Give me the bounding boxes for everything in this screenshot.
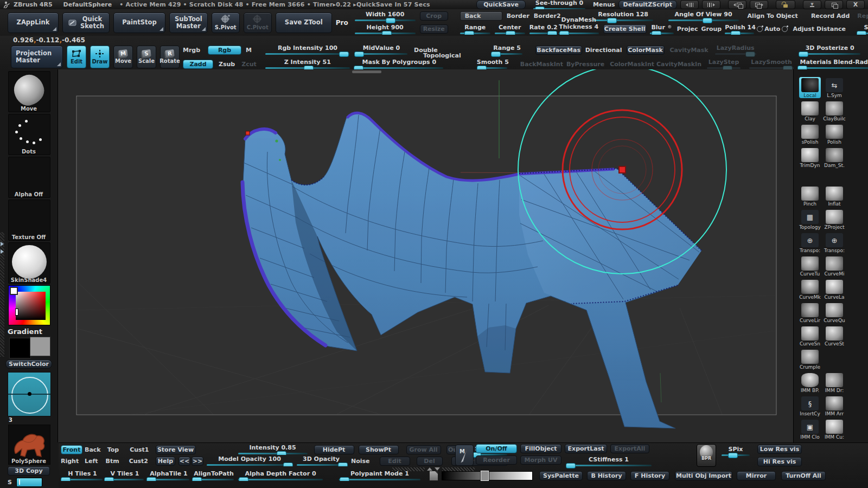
- brush-item-polish[interactable]: Polish: [824, 124, 845, 145]
- cust2-button[interactable]: Cust2: [129, 457, 148, 466]
- toggle-dot-icon[interactable]: [667, 24, 672, 29]
- project-button[interactable]: Projec: [677, 24, 698, 34]
- model-opacity-slider[interactable]: Model Opacity 100: [207, 455, 292, 466]
- align-to-object-button[interactable]: Align To Object: [748, 11, 798, 21]
- cust1-button[interactable]: Cust1: [130, 445, 149, 454]
- brush-item-inflat[interactable]: Inflat: [824, 185, 845, 207]
- draw-mode-button[interactable]: Draw: [90, 46, 110, 68]
- f-history-button[interactable]: F History: [630, 471, 669, 480]
- brush-item-curvest[interactable]: CurveSt: [824, 325, 845, 346]
- texture-selector[interactable]: Texture Off: [8, 200, 49, 241]
- lock-icon[interactable]: [776, 0, 795, 9]
- rotate-mode-button[interactable]: RRotate: [160, 46, 180, 68]
- radial-toggle-icon[interactable]: [782, 26, 788, 32]
- 3d-copy-button[interactable]: 3D Copy: [8, 466, 50, 476]
- v-tiles-slider[interactable]: V Tiles 1: [106, 470, 144, 481]
- canvas-scrollbar[interactable]: [352, 70, 381, 73]
- turnoff-all-button[interactable]: TurnOff All: [781, 471, 826, 480]
- scale-mode-button[interactable]: SScale: [137, 46, 156, 68]
- brush-item-imm-arr[interactable]: IMM Arr: [824, 395, 845, 416]
- m-pencil-button[interactable]: M: [455, 445, 474, 466]
- brush-item-dam-st-[interactable]: Dam_St.: [824, 147, 845, 168]
- current-tool-thumbnail[interactable]: [8, 372, 50, 416]
- aligntopath-slider[interactable]: AlignToPath: [194, 470, 234, 481]
- projection-master-button[interactable]: ProjectionMaster: [11, 46, 63, 68]
- posterize-slider[interactable]: 3D Posterize 0: [800, 44, 860, 55]
- left-view-button[interactable]: Left: [85, 457, 98, 466]
- restore-button[interactable]: [825, 0, 843, 9]
- directional-button[interactable]: Directional: [585, 46, 622, 55]
- subtool-master-button[interactable]: SubToolMaster: [169, 12, 208, 33]
- secondary-color-swatch[interactable]: [30, 337, 50, 356]
- brush-item-trimdyn[interactable]: TrimDyn: [799, 147, 821, 168]
- zsub-button[interactable]: Zsub: [219, 60, 235, 69]
- zadd-button[interactable]: Zadd: [183, 60, 213, 69]
- saturation-square[interactable]: [16, 292, 46, 320]
- brush-item-curvequ[interactable]: CurveQu: [824, 302, 845, 323]
- tray-slide-right-button[interactable]: [702, 0, 720, 9]
- dynamesh-thickness-slider[interactable]: DynaMeshThickness 4: [559, 16, 599, 35]
- stroke-color-swatch[interactable]: [16, 478, 42, 487]
- brush-item-crumple[interactable]: Crumple: [799, 349, 821, 370]
- switchcolor-button[interactable]: SwitchColor: [5, 359, 52, 369]
- s-pivot-button[interactable]: S.Pivot: [212, 12, 240, 33]
- center-slider[interactable]: Center: [495, 24, 525, 35]
- quicksave-button[interactable]: QuickSave: [476, 0, 526, 9]
- noise-button[interactable]: Noise: [351, 457, 370, 466]
- brush-item-clay[interactable]: Clay: [799, 100, 821, 121]
- redo-button[interactable]: >>: [192, 457, 203, 466]
- topological-button[interactable]: Topological: [423, 51, 461, 60]
- top-view-button[interactable]: Top: [107, 445, 119, 454]
- hi-res-vis-button[interactable]: Hi Res vis: [757, 457, 802, 466]
- brush-item-curvemi[interactable]: CurveMi: [824, 255, 845, 277]
- zapplink-button[interactable]: ZAppLink: [8, 12, 59, 33]
- alpha-depth-factor-slider[interactable]: Alpha Depth Factor 0: [238, 470, 323, 481]
- brush-item-spolish[interactable]: sPolish: [799, 124, 821, 145]
- paintstop-button[interactable]: PaintStop: [113, 12, 165, 33]
- btm-view-button[interactable]: Btm: [106, 457, 119, 466]
- brush-item-topology[interactable]: ▦Topology: [799, 209, 821, 230]
- brush-item-imm-bp-[interactable]: IMM BP.: [799, 372, 821, 393]
- help-button[interactable]: Help: [156, 457, 175, 466]
- adjust-distance-button[interactable]: Adjust Distance: [793, 24, 846, 34]
- group-button[interactable]: Group: [701, 24, 722, 34]
- brush-item-zproject[interactable]: ZProject: [824, 209, 845, 230]
- store-view-button[interactable]: Store View: [156, 445, 196, 454]
- alpha-selector[interactable]: Alpha Off: [8, 157, 49, 198]
- materials-blend-radius-slider[interactable]: Materials Blend-Radius 0: [798, 59, 868, 69]
- multi-obj-import-button[interactable]: Multi Obj Import: [675, 471, 732, 480]
- showpt-button[interactable]: ShowPt: [359, 445, 399, 454]
- brush-item-pinch[interactable]: Pinch: [799, 185, 821, 207]
- height-slider[interactable]: Height 900: [355, 24, 416, 35]
- syspalette-button[interactable]: SysPalette: [539, 471, 583, 480]
- edit-mode-button[interactable]: Edit: [67, 46, 86, 68]
- rgb-button[interactable]: Rgb: [208, 46, 241, 55]
- cstiffness-slider[interactable]: CStiffness 1: [566, 456, 652, 467]
- back-field[interactable]: Back: [460, 11, 502, 21]
- rgb-intensity-slider[interactable]: Rgb Intensity 100: [265, 44, 350, 55]
- b-history-button[interactable]: B History: [587, 471, 626, 480]
- colormask-button[interactable]: ColorMask: [627, 46, 665, 55]
- angle-of-view-slider[interactable]: Angle Of View 90: [668, 11, 739, 22]
- opacity-3d-slider[interactable]: 3D Opacity: [297, 455, 346, 466]
- brush-item-curvelir[interactable]: CurveLir: [799, 302, 821, 323]
- default-zscript-button[interactable]: DefaultZScript: [618, 0, 677, 9]
- front-view-button[interactable]: Front: [61, 445, 82, 454]
- see-through-slider[interactable]: See-through 0: [533, 0, 585, 10]
- m-button[interactable]: M: [246, 46, 257, 55]
- minimize-button[interactable]: ▼: [803, 0, 821, 9]
- tray-slide-left-button[interactable]: [680, 0, 699, 9]
- create-shell-button[interactable]: Create Shell: [603, 24, 647, 34]
- move-mode-button[interactable]: MMove: [113, 46, 133, 68]
- polysphere-tool[interactable]: PolySphere: [8, 425, 49, 465]
- next-document-button[interactable]: [750, 0, 768, 9]
- border-button[interactable]: Border: [507, 11, 529, 21]
- bpr-button[interactable]: BPR: [697, 444, 716, 467]
- brush-item-curvetu[interactable]: CurveTu: [799, 255, 821, 277]
- h-tiles-slider[interactable]: H Tiles 1: [62, 470, 103, 481]
- save-ztool-button[interactable]: Save ZTool: [276, 12, 332, 33]
- doc-icon[interactable]: [429, 471, 438, 481]
- brush-item-insertcy[interactable]: §InsertCy: [799, 395, 821, 416]
- back-view-button[interactable]: Back: [85, 445, 101, 454]
- intensity-slider[interactable]: Intensity 0.85: [238, 444, 308, 455]
